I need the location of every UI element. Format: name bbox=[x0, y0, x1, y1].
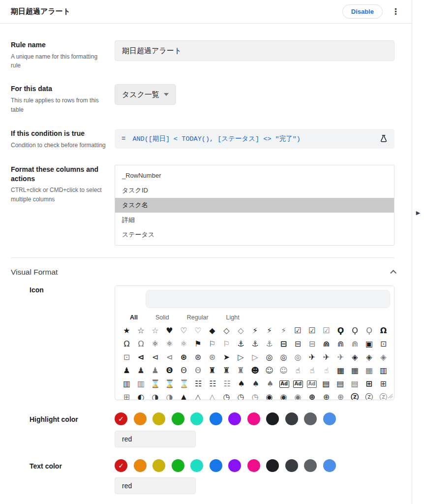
column-option[interactable]: _RowNumber bbox=[115, 168, 394, 183]
resize-grip[interactable] bbox=[388, 393, 393, 398]
lightbulb-icon[interactable]: Ϙ bbox=[363, 327, 376, 335]
color-swatch-dark-gray[interactable] bbox=[285, 459, 298, 472]
icon-tab-regular[interactable]: Regular bbox=[187, 314, 209, 321]
star-icon[interactable]: ☆ bbox=[149, 327, 162, 335]
color-swatch-red[interactable]: ✓ bbox=[115, 412, 127, 425]
bank-icon[interactable]: ♜ bbox=[234, 367, 247, 375]
thumbs-up-icon[interactable]: ☝ bbox=[320, 367, 333, 375]
alarm-exclamation-icon[interactable]: ◉ bbox=[277, 393, 290, 400]
soccer-ball-icon[interactable]: ⊛ bbox=[206, 353, 219, 361]
flag-icon[interactable]: ⚑ bbox=[191, 340, 205, 348]
cube-icon[interactable]: ◆ bbox=[206, 327, 219, 335]
hourglass-icon[interactable]: ⌛ bbox=[178, 380, 191, 388]
tree-icon[interactable]: △ bbox=[191, 393, 205, 400]
highlight-color-input[interactable] bbox=[115, 431, 196, 447]
alarm-clock-icon[interactable]: ◷ bbox=[248, 393, 262, 400]
color-swatch-magenta[interactable] bbox=[247, 459, 260, 472]
color-swatch-green[interactable] bbox=[172, 459, 184, 472]
color-swatch-teal[interactable] bbox=[190, 459, 203, 472]
star-icon[interactable]: ★ bbox=[120, 327, 133, 335]
anchor-icon[interactable]: ⚓ bbox=[234, 340, 247, 348]
life-ring-icon[interactable]: ◎ bbox=[263, 353, 276, 361]
heart-icon[interactable]: ♡ bbox=[191, 327, 205, 335]
tags-icon[interactable]: ◈ bbox=[363, 353, 376, 361]
color-swatch-purple[interactable] bbox=[228, 412, 241, 425]
color-swatch-teal[interactable] bbox=[190, 412, 203, 425]
tags-icon[interactable]: ◈ bbox=[377, 353, 390, 361]
rule-name-input[interactable] bbox=[115, 40, 394, 61]
color-swatch-blue[interactable] bbox=[210, 459, 222, 472]
color-swatch-light-blue[interactable] bbox=[323, 459, 336, 472]
alarm-snooze-icon[interactable]: ⓩ bbox=[348, 393, 362, 400]
hourglass-icon[interactable]: ⌛ bbox=[149, 380, 162, 388]
expand-panel-icon[interactable]: ▶ bbox=[416, 210, 420, 216]
color-swatch-yellow[interactable] bbox=[152, 459, 165, 472]
visual-format-header[interactable]: Visual Format bbox=[0, 258, 412, 277]
car-icon[interactable]: ⊟ bbox=[305, 340, 319, 348]
heart-icon[interactable]: ♡ bbox=[177, 327, 190, 335]
ad-icon[interactable]: Ad bbox=[307, 380, 317, 388]
bell-icon[interactable]: Ω bbox=[120, 340, 133, 348]
smile-icon[interactable]: ☺ bbox=[277, 367, 290, 375]
star-icon[interactable]: ☆ bbox=[134, 327, 148, 335]
binoculars-icon[interactable]: ⋒ bbox=[348, 340, 362, 348]
bell-icon[interactable]: Ω bbox=[377, 327, 390, 335]
color-swatch-light-blue[interactable] bbox=[323, 412, 336, 425]
truck-icon[interactable]: ▥ bbox=[120, 380, 133, 388]
adjust-icon[interactable]: ◐ bbox=[134, 393, 148, 400]
car-icon[interactable]: ⊟ bbox=[277, 340, 290, 348]
color-swatch-orange[interactable] bbox=[134, 412, 147, 425]
truck-icon[interactable]: ▥ bbox=[377, 367, 390, 375]
life-ring-icon[interactable]: ◎ bbox=[291, 353, 304, 361]
bell-icon[interactable]: Ω bbox=[134, 340, 148, 348]
acorn-icon[interactable]: ♠ bbox=[235, 380, 248, 388]
color-swatch-black[interactable] bbox=[266, 459, 279, 472]
truck-icon[interactable]: ▥ bbox=[134, 380, 148, 388]
color-swatch-green[interactable] bbox=[172, 412, 184, 425]
binoculars-icon[interactable]: ⋒ bbox=[320, 340, 333, 348]
address-book-icon[interactable]: ▤ bbox=[333, 380, 347, 388]
flask-test-icon[interactable] bbox=[379, 134, 389, 144]
megaphone-icon[interactable]: ⊲ bbox=[149, 353, 162, 361]
acorn-icon[interactable]: ♠ bbox=[264, 380, 277, 388]
car-icon[interactable]: ⊟ bbox=[291, 340, 304, 348]
text-color-input[interactable] bbox=[115, 477, 196, 494]
soccer-ball-icon[interactable]: ⊛ bbox=[177, 353, 190, 361]
briefcase-icon[interactable]: ⊡ bbox=[377, 340, 390, 348]
check-circle-icon[interactable]: ☑ bbox=[320, 327, 333, 335]
color-swatch-magenta[interactable] bbox=[247, 412, 260, 425]
color-swatch-black[interactable] bbox=[266, 412, 279, 425]
color-swatch-blue[interactable] bbox=[210, 412, 222, 425]
eye-icon[interactable]: Θ bbox=[191, 367, 205, 375]
paper-plane-icon[interactable]: ▷ bbox=[234, 353, 247, 361]
lightbulb-icon[interactable]: Ϙ bbox=[334, 327, 347, 335]
alarm-exclamation-icon[interactable]: ◉ bbox=[263, 393, 276, 400]
circle-nodes-icon[interactable]: ⚛ bbox=[149, 340, 162, 348]
cube-icon[interactable]: ◇ bbox=[234, 327, 247, 335]
bolt-icon[interactable]: ⚡ bbox=[248, 327, 262, 335]
users-icon[interactable]: ♟ bbox=[149, 367, 162, 375]
life-ring-icon[interactable]: ◎ bbox=[277, 353, 290, 361]
paper-plane-icon[interactable]: ▷ bbox=[248, 353, 262, 361]
icon-tab-all[interactable]: All bbox=[130, 314, 138, 321]
binoculars-icon[interactable]: ⋒ bbox=[334, 340, 347, 348]
smile-icon[interactable]: ☻ bbox=[248, 367, 262, 375]
lightbulb-icon[interactable]: Ϙ bbox=[348, 327, 362, 335]
column-option[interactable]: タスクID bbox=[115, 183, 394, 198]
bank-icon[interactable]: ♜ bbox=[206, 367, 219, 375]
megaphone-icon[interactable]: ⊲ bbox=[163, 353, 176, 361]
anchor-icon[interactable]: ⚓ bbox=[248, 340, 262, 348]
icon-search-input[interactable] bbox=[146, 290, 390, 308]
bank-icon[interactable]: ♜ bbox=[220, 367, 233, 375]
users-icon[interactable]: ♟ bbox=[120, 367, 133, 375]
thumbs-up-icon[interactable]: ☝ bbox=[305, 367, 319, 375]
disable-button[interactable]: Disable bbox=[342, 4, 383, 19]
abacus-icon[interactable]: ☷ bbox=[220, 380, 234, 388]
ad-icon[interactable]: Ad bbox=[293, 380, 303, 388]
address-book-icon[interactable]: ▤ bbox=[319, 380, 333, 388]
table-select-dropdown[interactable]: タスク一覧 bbox=[115, 84, 176, 105]
alarm-plus-icon[interactable]: ⊕ bbox=[305, 393, 319, 400]
heart-icon[interactable]: ♥ bbox=[163, 327, 176, 335]
check-circle-icon[interactable]: ☑ bbox=[291, 327, 304, 335]
alarm-clock-icon[interactable]: ◷ bbox=[220, 393, 233, 400]
